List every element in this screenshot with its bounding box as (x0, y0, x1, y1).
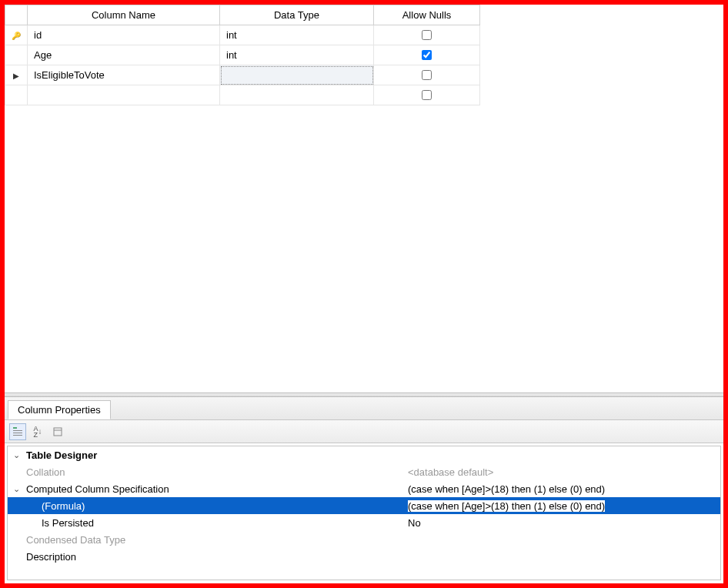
data-type-cell[interactable] (220, 85, 374, 105)
expand-collapse-icon[interactable]: ⌄ (8, 450, 25, 460)
data-type-cell[interactable]: int (220, 25, 374, 45)
row-header-gutter (5, 5, 28, 25)
prop-description[interactable]: Description (8, 548, 720, 565)
column-name-cell[interactable]: id (28, 25, 220, 45)
data-type-cell[interactable] (220, 65, 374, 85)
properties-toolbar: AZ↓ (5, 420, 723, 443)
column-row[interactable]: ▶ IsEligibleToVote (5, 65, 480, 85)
prop-value: No (408, 517, 421, 529)
primary-key-icon: 🔑 (5, 25, 28, 45)
allow-nulls-checkbox[interactable] (422, 70, 432, 80)
column-row[interactable]: Age int (5, 45, 480, 65)
prop-name-label: Description (25, 551, 76, 563)
header-allow-nulls[interactable]: Allow Nulls (374, 5, 480, 25)
prop-name-label: Is Persisted (40, 517, 94, 529)
column-properties-tab[interactable]: Column Properties (8, 400, 111, 419)
header-data-type[interactable]: Data Type (220, 5, 374, 25)
svg-rect-3 (13, 435, 22, 436)
column-properties-pane: Column Properties AZ↓ ⌄ Table Designer (5, 397, 723, 580)
expand-collapse-icon[interactable]: ⌄ (8, 484, 25, 494)
prop-value-input[interactable]: (case when [Age]>(18) then (1) else (0) … (408, 500, 605, 512)
prop-name-label: Collation (25, 466, 65, 478)
category-table-designer[interactable]: ⌄ Table Designer (8, 446, 720, 463)
prop-formula[interactable]: (Formula) (case when [Age]>(18) then (1)… (8, 497, 720, 514)
prop-is-persisted[interactable]: Is Persisted No (8, 514, 720, 531)
allow-nulls-checkbox[interactable] (422, 30, 432, 40)
allow-nulls-cell[interactable] (374, 65, 480, 85)
allow-nulls-cell[interactable] (374, 25, 480, 45)
allow-nulls-checkbox[interactable] (422, 90, 432, 100)
prop-name-label: (Formula) (40, 500, 85, 512)
column-row[interactable] (5, 85, 480, 105)
prop-value: (case when [Age]>(18) then (1) else (0) … (408, 483, 605, 495)
column-row[interactable]: 🔑 id int (5, 25, 480, 45)
categorized-view-button[interactable] (9, 423, 26, 440)
category-label: Table Designer (25, 449, 97, 461)
prop-name-label: Computed Column Specification (25, 483, 169, 495)
svg-rect-2 (13, 433, 22, 433)
column-name-cell[interactable] (28, 85, 220, 105)
column-name-cell[interactable]: IsEligibleToVote (28, 65, 220, 85)
data-type-cell[interactable]: int (220, 45, 374, 65)
column-name-cell[interactable]: Age (28, 45, 220, 65)
properties-tab-bar: Column Properties (5, 397, 723, 420)
table-designer-grid-pane: Column Name Data Type Allow Nulls 🔑 id i… (5, 5, 723, 393)
prop-value: <database default> (408, 466, 493, 478)
svg-rect-4 (54, 428, 62, 436)
prop-collation[interactable]: Collation <database default> (8, 463, 720, 480)
prop-computed-column-spec[interactable]: ⌄ Computed Column Specification (case wh… (8, 480, 720, 497)
property-grid[interactable]: ⌄ Table Designer Collation <database def… (7, 446, 721, 580)
allow-nulls-checkbox[interactable] (422, 50, 432, 60)
columns-grid[interactable]: Column Name Data Type Allow Nulls 🔑 id i… (5, 5, 480, 105)
current-row-indicator-icon: ▶ (5, 65, 28, 85)
property-pages-button[interactable] (49, 423, 66, 440)
prop-condensed-data-type[interactable]: Condensed Data Type (8, 531, 720, 548)
header-column-name[interactable]: Column Name (28, 5, 220, 25)
svg-rect-0 (13, 427, 17, 429)
prop-name-label: Condensed Data Type (25, 534, 125, 546)
alphabetical-view-button[interactable]: AZ↓ (29, 423, 46, 440)
row-indicator (5, 45, 28, 65)
svg-rect-1 (13, 430, 22, 431)
row-indicator (5, 85, 28, 105)
allow-nulls-cell[interactable] (374, 45, 480, 65)
allow-nulls-cell[interactable] (374, 85, 480, 105)
